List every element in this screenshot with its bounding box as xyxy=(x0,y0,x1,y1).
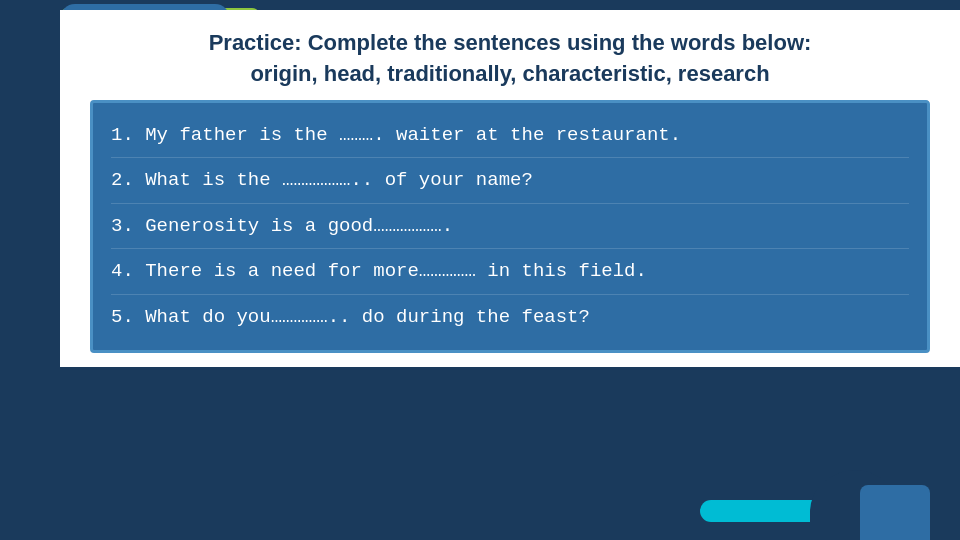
title-line2: origin, head, traditionally, characteris… xyxy=(90,59,930,90)
main-content-area: Practice: Complete the sentences using t… xyxy=(60,10,960,367)
sentence-4: 4. There is a need for more…………… in this… xyxy=(111,249,909,295)
sentence-1-text: My father is the ………. waiter at the rest… xyxy=(145,124,681,146)
sentence-4-text: There is a need for more…………… in this fi… xyxy=(145,260,647,282)
sentence-3: 3. Generosity is a good………………. xyxy=(111,204,909,250)
sentence-3-text: Generosity is a good………………. xyxy=(145,215,453,237)
sentence-5: 5. What do you…………….. do during the feas… xyxy=(111,295,909,340)
exercise-box: 1. My father is the ………. waiter at the r… xyxy=(90,100,930,353)
bottom-blue-rect xyxy=(860,485,930,540)
sentence-3-number: 3. xyxy=(111,215,145,237)
sentence-1-number: 1. xyxy=(111,124,145,146)
sentence-2: 2. What is the ……………….. of your name? xyxy=(111,158,909,204)
sentence-2-text: What is the ……………….. of your name? xyxy=(145,169,533,191)
sentence-5-number: 5. xyxy=(111,306,145,328)
sentence-2-number: 2. xyxy=(111,169,145,191)
title-line1: Practice: Complete the sentences using t… xyxy=(90,28,930,59)
sentence-5-text: What do you…………….. do during the feast? xyxy=(145,306,590,328)
sentence-4-number: 4. xyxy=(111,260,145,282)
page-title: Practice: Complete the sentences using t… xyxy=(90,28,930,90)
sentence-1: 1. My father is the ………. waiter at the r… xyxy=(111,113,909,159)
